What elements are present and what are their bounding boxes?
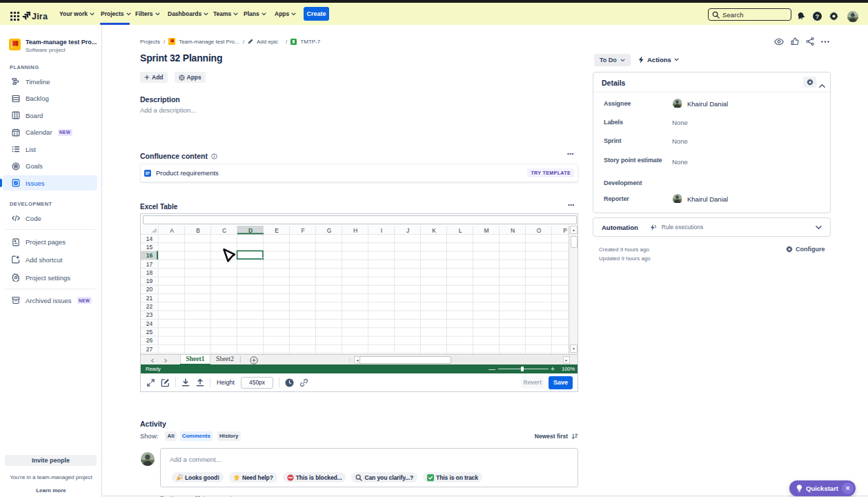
svg-text:21: 21 [146, 295, 153, 302]
svg-text:25: 25 [146, 329, 153, 335]
svg-text:18: 18 [146, 269, 153, 276]
svg-text:O: O [537, 227, 542, 234]
svg-text:J: J [406, 227, 409, 234]
svg-text:15: 15 [146, 244, 153, 251]
svg-text:19: 19 [146, 277, 153, 284]
svg-text:26: 26 [146, 337, 153, 344]
svg-text:23: 23 [146, 311, 153, 318]
svg-text:C: C [222, 227, 226, 234]
svg-text:P: P [563, 227, 567, 234]
svg-text:G: G [327, 227, 332, 234]
svg-text:?: ? [816, 13, 819, 20]
svg-text:K: K [432, 227, 436, 234]
svg-text:20: 20 [146, 286, 153, 293]
svg-text:H: H [353, 227, 357, 234]
svg-text:D: D [248, 227, 253, 234]
svg-text:L: L [459, 227, 462, 234]
svg-text:N: N [511, 227, 515, 234]
svg-text:24: 24 [146, 320, 153, 327]
svg-text:I: I [381, 227, 382, 234]
svg-text:F: F [301, 227, 304, 234]
svg-text:17: 17 [146, 261, 153, 268]
svg-text:16: 16 [146, 252, 153, 259]
svg-text:E: E [275, 227, 279, 234]
svg-text:B: B [196, 227, 200, 234]
svg-text:14: 14 [146, 235, 153, 242]
svg-text:27: 27 [146, 346, 153, 353]
svg-text:22: 22 [146, 303, 153, 310]
svg-text:A: A [170, 227, 174, 234]
svg-text:M: M [484, 227, 489, 234]
